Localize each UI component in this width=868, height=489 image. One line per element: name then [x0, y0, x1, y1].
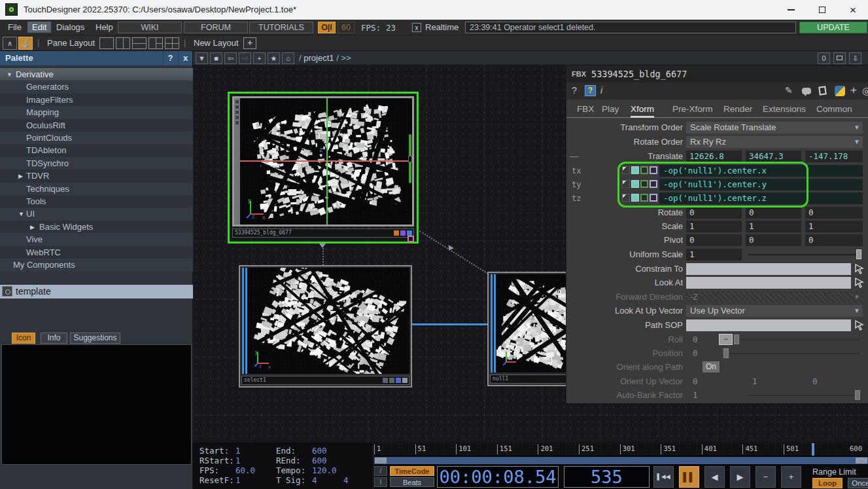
info-icon[interactable]: i: [600, 85, 602, 96]
dock-down-button[interactable]: ⇩: [849, 52, 861, 64]
timecode-mode-button[interactable]: TimeCode: [390, 466, 434, 476]
layout-single-button[interactable]: [99, 37, 114, 49]
collapse-panel-button[interactable]: ∧: [3, 37, 17, 50]
menu-help[interactable]: Help: [95, 22, 113, 32]
param-label-rotate[interactable]: Rotate: [566, 208, 683, 217]
palette-help-button[interactable]: ?: [163, 51, 177, 65]
param-tab-xform[interactable]: Xform: [631, 104, 654, 118]
wiki-button[interactable]: WIKI: [118, 22, 182, 33]
param-field-orient_up_vector-y[interactable]: 1: [749, 376, 788, 388]
param-tab-fbx[interactable]: FBX: [577, 104, 594, 114]
viewer-zoom-handle[interactable]: [408, 156, 412, 162]
param-label-roll[interactable]: Roll: [566, 335, 683, 344]
viewer-toolbar[interactable]: [234, 98, 240, 225]
layout-split-horizontal-button[interactable]: [132, 37, 147, 49]
param-mode-icon[interactable]: [640, 194, 648, 202]
oi-toggle[interactable]: O|I: [318, 22, 336, 33]
operator-pick-icon[interactable]: [854, 263, 865, 275]
chevron-right-icon[interactable]: ▶: [30, 221, 35, 234]
sidebar-item-webrtc[interactable]: WebRTC: [0, 246, 193, 259]
param-field-pivot-y[interactable]: 0: [746, 234, 801, 246]
param-mode-icon[interactable]: [631, 166, 639, 174]
slider-track[interactable]: [730, 353, 859, 354]
sidebar-item-tdableton[interactable]: TDAbleton: [0, 144, 193, 157]
menu-dialogs[interactable]: Dialogs: [56, 22, 84, 32]
param-mode-icon[interactable]: [622, 166, 630, 174]
beats-mode-button[interactable]: Beats: [390, 477, 434, 487]
param-dropdown-transform_order[interactable]: Scale Rotate Translate▼: [686, 122, 863, 134]
chevron-right-icon[interactable]: ▶: [18, 170, 23, 183]
node-select1[interactable]: y x z select1: [239, 265, 412, 388]
layout-split-vertical-button[interactable]: [116, 37, 130, 49]
param-label-rotate_order[interactable]: Rotate Order: [566, 137, 683, 147]
sidebar-item-tools[interactable]: Tools: [0, 195, 193, 208]
sidebar-item-tdvr[interactable]: ▶TDVR: [0, 170, 193, 183]
copy-icon[interactable]: [818, 86, 827, 95]
jump-to-start-button[interactable]: ▌◀◀: [653, 466, 674, 488]
breadcrumb-project[interactable]: project1: [304, 53, 334, 63]
node-bldg[interactable]: z y x z 53394525_bldg_6677: [228, 92, 419, 244]
operator-name[interactable]: 53394525_bldg_6677: [591, 69, 687, 79]
once-button[interactable]: Once: [848, 478, 868, 488]
layout-mixed-button[interactable]: [148, 37, 163, 49]
bookmark-button[interactable]: ★: [268, 52, 280, 64]
add-parameter-icon[interactable]: +: [850, 84, 857, 97]
node-null1[interactable]: null1: [487, 272, 576, 386]
slider-handle[interactable]: [734, 335, 739, 344]
param-label-position[interactable]: Position: [566, 348, 683, 358]
home-button[interactable]: ⌂: [282, 52, 294, 64]
sidebar-item-my-components[interactable]: My Components: [0, 259, 193, 272]
param-expression-tx[interactable]: -op('null1').center.x: [659, 165, 863, 177]
param-mode-icon[interactable]: [631, 194, 639, 202]
slash-mode-button[interactable]: /: [374, 466, 387, 476]
menu-edit[interactable]: Edit: [27, 22, 51, 33]
node-viewer[interactable]: z y x z: [232, 96, 414, 226]
python-help-icon[interactable]: ?: [585, 85, 596, 96]
param-label-transform_order[interactable]: Transform Order: [566, 122, 683, 132]
viewport-city-map[interactable]: [496, 274, 573, 372]
viewport-city-map[interactable]: y x z: [248, 268, 409, 374]
add-operator-button[interactable]: +: [253, 52, 266, 64]
bullseye-icon[interactable]: ◎: [862, 85, 868, 97]
menu-file[interactable]: File: [8, 22, 22, 32]
param-label-forward_direction[interactable]: Forward Direction: [566, 292, 683, 302]
param-dropdown-look_at_up_vector[interactable]: Use Up Vector▼: [686, 305, 863, 317]
param-label-auto_bank_factor[interactable]: Auto-Bank Factor: [566, 390, 683, 400]
param-field-orient_up_vector-x[interactable]: 0: [689, 376, 729, 388]
param-field-orient_up_vector-z[interactable]: 0: [809, 376, 848, 388]
slider-handle[interactable]: [723, 348, 729, 358]
step-back-button[interactable]: ◀: [704, 466, 725, 488]
param-mode-icon[interactable]: [650, 166, 657, 174]
param-field-pivot-x[interactable]: 0: [686, 234, 742, 246]
node-display-flag[interactable]: [408, 236, 414, 242]
layout-grid-button[interactable]: [165, 37, 179, 49]
increment-button[interactable]: +: [781, 466, 801, 488]
param-field-roll[interactable]: 0: [689, 334, 716, 346]
param-label-scale[interactable]: Scale: [566, 221, 683, 231]
param-field-translate-x[interactable]: 12626.8: [686, 151, 742, 162]
param-ref-field-look_at[interactable]: [686, 277, 851, 289]
chevron-down-icon[interactable]: ▼: [18, 208, 24, 221]
param-label-look_at[interactable]: Look At: [566, 278, 683, 287]
forum-button[interactable]: FORUM: [184, 22, 248, 33]
realtime-checkbox[interactable]: x: [412, 23, 421, 32]
node-input-connector[interactable]: [490, 274, 496, 372]
param-field-rotate-y[interactable]: 0: [746, 207, 801, 219]
slider-track[interactable]: [748, 254, 859, 255]
slider-track[interactable]: [740, 339, 859, 340]
pencil-icon[interactable]: ✎: [785, 85, 793, 96]
slider-handle[interactable]: [855, 390, 860, 400]
sidebar-item-mapping[interactable]: Mapping: [0, 106, 193, 119]
python-icon[interactable]: [835, 86, 845, 96]
param-expression-ty[interactable]: -op('null1').center.y: [659, 179, 863, 190]
param-tab-play[interactable]: Play: [602, 104, 619, 114]
breadcrumb[interactable]: / project1 / >>: [299, 53, 351, 63]
operator-pick-icon[interactable]: [854, 319, 865, 331]
sidebar-item-vive[interactable]: Vive: [0, 233, 193, 246]
param-field-translate-y[interactable]: 34647.3: [746, 151, 801, 162]
node-input-connector[interactable]: [241, 268, 248, 374]
minimize-button[interactable]: [776, 0, 806, 20]
help-icon[interactable]: ?: [572, 85, 577, 96]
param-mode-icon[interactable]: [622, 194, 630, 202]
param-mode-icon[interactable]: [631, 180, 639, 188]
